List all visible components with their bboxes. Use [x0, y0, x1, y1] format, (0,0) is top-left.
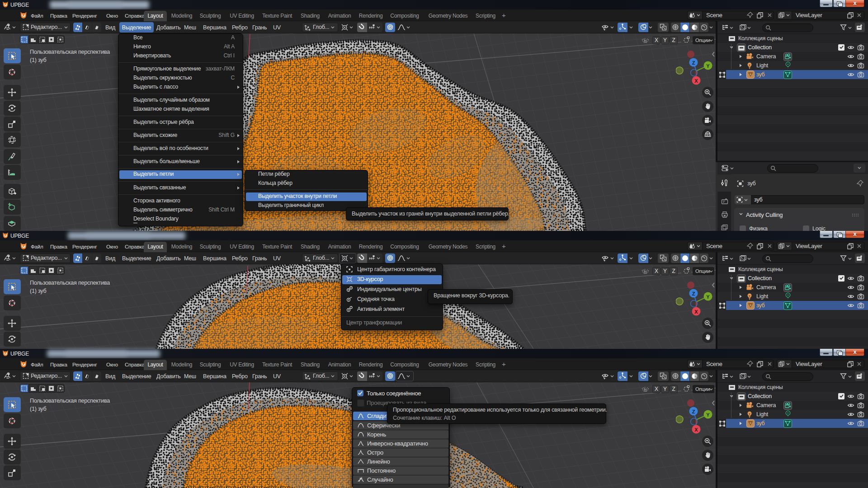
svg-text:X: X [694, 309, 698, 314]
svg-text:Y: Y [706, 412, 710, 418]
svg-text:Y: Y [706, 294, 710, 300]
svg-text:Y: Y [706, 63, 710, 69]
svg-text:Z: Z [692, 409, 695, 414]
svg-text:X: X [694, 427, 698, 432]
svg-text:Z: Z [692, 60, 695, 66]
svg-text:Z: Z [692, 291, 695, 296]
svg-text:X: X [694, 78, 698, 84]
